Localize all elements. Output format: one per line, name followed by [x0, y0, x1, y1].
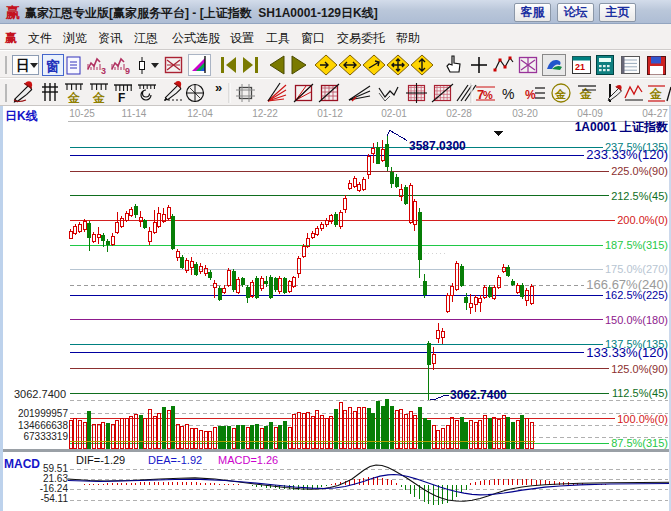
- svg-text:133.33%(120): 133.33%(120): [586, 345, 668, 360]
- svg-text:04-27: 04-27: [642, 108, 668, 119]
- svg-text:01-12: 01-12: [317, 108, 343, 119]
- svg-text:201999957: 201999957: [18, 408, 68, 419]
- svg-text:MACD=1.26: MACD=1.26: [218, 454, 278, 466]
- svg-text:9: 9: [125, 66, 130, 76]
- svg-text:67333319: 67333319: [24, 431, 69, 442]
- svg-text:3062.7400: 3062.7400: [450, 388, 507, 402]
- svg-text:112.5%(45): 112.5%(45): [612, 387, 668, 399]
- svg-text:187.5%(315): 187.5%(315): [605, 239, 668, 251]
- svg-text:12-22: 12-22: [252, 108, 278, 119]
- svg-text:04-09: 04-09: [577, 108, 603, 119]
- svg-text:日: 日: [16, 57, 30, 73]
- svg-text:DEA=-1.92: DEA=-1.92: [148, 454, 202, 466]
- svg-text:21: 21: [575, 62, 585, 72]
- svg-text:150.0%(180): 150.0%(180): [605, 314, 668, 326]
- svg-text:%: %: [525, 88, 536, 102]
- svg-text:225.0%(90): 225.0%(90): [611, 165, 668, 177]
- svg-text:11-14: 11-14: [122, 108, 147, 119]
- svg-text:134666638: 134666638: [18, 420, 68, 431]
- svg-text:03-20: 03-20: [512, 108, 538, 119]
- svg-text:175.0%(270): 175.0%(270): [605, 263, 668, 275]
- svg-text:DIF=-1.29: DIF=-1.29: [76, 454, 125, 466]
- svg-text:12-04: 12-04: [187, 108, 213, 119]
- svg-text:87.5%(315): 87.5%(315): [611, 437, 668, 449]
- svg-text:162.5%(225): 162.5%(225): [605, 289, 668, 301]
- svg-text:金: 金: [92, 91, 105, 105]
- svg-text:02-28: 02-28: [446, 108, 472, 119]
- svg-text:金: 金: [554, 88, 567, 100]
- svg-text:窗: 窗: [46, 58, 60, 74]
- svg-text:212.5%(45): 212.5%(45): [611, 190, 668, 202]
- svg-text:10-25: 10-25: [69, 108, 95, 119]
- svg-text:日K线: 日K线: [5, 109, 38, 123]
- svg-text:3062.7400: 3062.7400: [14, 388, 66, 400]
- svg-text:02-01: 02-01: [381, 108, 407, 119]
- svg-text:金: 金: [649, 87, 662, 101]
- svg-text:%: %: [483, 89, 493, 101]
- svg-text:100.0%(0): 100.0%(0): [617, 413, 668, 425]
- svg-text:3587.0300: 3587.0300: [409, 139, 466, 153]
- svg-text:3: 3: [101, 66, 106, 76]
- svg-text:1A0001 上证指数: 1A0001 上证指数: [575, 120, 669, 134]
- svg-text:金: 金: [67, 91, 80, 105]
- svg-text:%: %: [502, 86, 514, 102]
- svg-text:»: »: [215, 80, 222, 95]
- svg-text:233.33%(120): 233.33%(120): [586, 147, 668, 162]
- svg-text:200.0%(0): 200.0%(0): [617, 214, 668, 226]
- svg-text:金: 金: [579, 87, 592, 101]
- svg-text:MACD: MACD: [4, 457, 40, 471]
- svg-text:125.0%(90): 125.0%(90): [611, 363, 668, 375]
- svg-text:-54.11: -54.11: [40, 493, 68, 504]
- svg-text:F: F: [118, 91, 125, 105]
